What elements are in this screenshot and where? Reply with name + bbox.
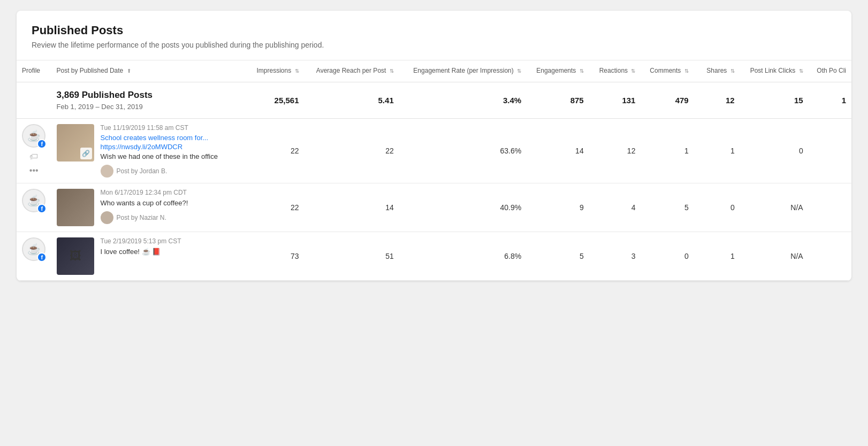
row2-avg-reach: 14: [304, 183, 399, 232]
post-cell-3: 🖼 Tue 2/19/2019 5:13 pm CST I love coffe…: [57, 237, 242, 275]
row2-reactions: 4: [589, 183, 641, 232]
col-engagements[interactable]: Engagements ⇅: [527, 60, 589, 82]
table-row: ☕ f Mon 6/17/2019 12:34 pm: [17, 183, 851, 232]
summary-shares: 12: [694, 82, 740, 118]
row1-comments: 1: [641, 118, 694, 183]
post-url[interactable]: https://nwsdy.li/2oMWDCR: [101, 143, 242, 151]
posts-table: Profile Post by Published Date ⬆ Impress…: [17, 60, 851, 281]
facebook-badge-2: f: [37, 204, 47, 213]
row3-avg-reach: 51: [304, 232, 399, 280]
post-date-3: Tue 2/19/2019 5:13 pm CST: [101, 237, 242, 245]
avatar: ☕ f: [22, 124, 45, 148]
row3-comments: 0: [641, 232, 694, 280]
row3-other: [809, 232, 851, 280]
row1-avg-reach: 22: [304, 118, 399, 183]
summary-post-link-clicks: 15: [740, 82, 809, 118]
sort-icon-avg-reach: ⇅: [390, 67, 394, 74]
summary-impressions: 25,561: [247, 82, 304, 118]
published-posts-card: Published Posts Review the lifetime perf…: [17, 11, 851, 281]
author-avatar-2: [101, 211, 113, 224]
author-avatar: [101, 165, 113, 178]
post-content-2: Mon 6/17/2019 12:34 pm CDT Who wants a c…: [101, 189, 242, 224]
summary-engagement-rate: 3.4%: [399, 82, 527, 118]
row3-shares: 1: [694, 232, 740, 280]
summary-profile: [17, 82, 51, 118]
summary-row: 3,869 Published Posts Feb 1, 2019 – Dec …: [17, 82, 851, 118]
post-date: Tue 11/19/2019 11:58 am CST: [101, 124, 242, 132]
row3-post-link-clicks: N/A: [740, 232, 809, 280]
author-name-2: Post by Naziar N.: [117, 214, 166, 221]
col-engagement-rate[interactable]: Engagement Rate (per Impression) ⇅: [399, 60, 527, 82]
tag-icon: 🏷: [29, 152, 38, 162]
post-text-2: Who wants a cup of coffee?!: [101, 199, 188, 207]
col-avg-reach[interactable]: Average Reach per Post ⇅: [304, 60, 399, 82]
row1-reactions: 12: [589, 118, 641, 183]
col-impressions[interactable]: Impressions ⇅: [247, 60, 304, 82]
row1-engagements: 14: [527, 118, 589, 183]
col-post-date[interactable]: Post by Published Date ⬆: [51, 60, 247, 82]
col-profile: Profile: [17, 60, 51, 82]
sort-icon-reactions: ⇅: [631, 67, 635, 74]
row3-engagement-rate: 6.8%: [399, 232, 527, 280]
table-row: ☕ f 🖼 Tue 2/19/2019 5:13 p: [17, 232, 851, 280]
post-thumbnail-2: [57, 189, 94, 226]
table-header-row: Profile Post by Published Date ⬆ Impress…: [17, 60, 851, 82]
facebook-badge: f: [37, 139, 47, 149]
table-row: ☕ f 🏷 ••• 🔗: [17, 118, 851, 183]
sort-icon-post-link-clicks: ⇅: [799, 67, 803, 74]
post-cell-2: Mon 6/17/2019 12:34 pm CDT Who wants a c…: [57, 189, 242, 226]
avatar: ☕ f: [22, 237, 45, 261]
facebook-badge-3: f: [37, 252, 47, 262]
row3-profile: ☕ f: [17, 232, 51, 280]
col-reactions[interactable]: Reactions ⇅: [589, 60, 641, 82]
post-text: Wish we had one of these in the office: [101, 152, 218, 160]
post-content-3: Tue 2/19/2019 5:13 pm CST I love coffee!…: [101, 237, 242, 256]
row2-impressions: 22: [247, 183, 304, 232]
row1-engagement-rate: 63.6%: [399, 118, 527, 183]
row2-engagement-rate: 40.9%: [399, 183, 527, 232]
post-author: Post by Jordan B.: [101, 165, 242, 178]
sort-icon-post-date: ⬆: [127, 67, 131, 74]
row2-post-link-clicks: N/A: [740, 183, 809, 232]
avatar: ☕ f: [22, 189, 45, 212]
post-thumbnail-3: 🖼: [57, 237, 94, 275]
row2-other: [809, 183, 851, 232]
col-other: Oth Po Cli: [809, 60, 851, 82]
row3-engagements: 5: [527, 232, 589, 280]
row3-post: 🖼 Tue 2/19/2019 5:13 pm CST I love coffe…: [51, 232, 247, 280]
sort-icon-comments: ⇅: [684, 67, 689, 74]
col-comments[interactable]: Comments ⇅: [641, 60, 694, 82]
post-thumbnail: 🔗: [57, 124, 94, 162]
row2-engagements: 9: [527, 183, 589, 232]
summary-title: 3,869 Published Posts: [57, 90, 242, 101]
col-shares[interactable]: Shares ⇅: [694, 60, 740, 82]
row2-shares: 0: [694, 183, 740, 232]
row3-impressions: 73: [247, 232, 304, 280]
post-author-2: Post by Naziar N.: [101, 211, 242, 224]
post-date-2: Mon 6/17/2019 12:34 pm CDT: [101, 189, 242, 196]
more-options-button[interactable]: •••: [29, 166, 39, 175]
link-overlay-icon: 🔗: [80, 148, 92, 159]
summary-avg-reach: 5.41: [304, 82, 399, 118]
sort-icon-engagements: ⇅: [580, 67, 584, 74]
page-title: Published Posts: [32, 24, 836, 37]
summary-comments: 479: [641, 82, 694, 118]
row1-post: 🔗 Tue 11/19/2019 11:58 am CST School cre…: [51, 118, 247, 183]
row1-post-link-clicks: 0: [740, 118, 809, 183]
summary-other: 1: [809, 82, 851, 118]
summary-label-cell: 3,869 Published Posts Feb 1, 2019 – Dec …: [51, 82, 247, 118]
post-content: Tue 11/19/2019 11:58 am CST School creat…: [101, 124, 242, 178]
row2-profile: ☕ f: [17, 183, 51, 232]
row2-comments: 5: [641, 183, 694, 232]
summary-reactions: 131: [589, 82, 641, 118]
card-header: Published Posts Review the lifetime perf…: [17, 11, 851, 60]
post-link[interactable]: School creates wellness room for...: [101, 134, 242, 142]
summary-engagements: 875: [527, 82, 589, 118]
table-container: Profile Post by Published Date ⬆ Impress…: [17, 60, 851, 281]
row1-other: [809, 118, 851, 183]
post-text-3: I love coffee! ☕ 📕: [101, 248, 161, 256]
row2-post: Mon 6/17/2019 12:34 pm CDT Who wants a c…: [51, 183, 247, 232]
col-post-link-clicks[interactable]: Post Link Clicks ⇅: [740, 60, 809, 82]
row1-impressions: 22: [247, 118, 304, 183]
post-cell: 🔗 Tue 11/19/2019 11:58 am CST School cre…: [57, 124, 242, 178]
